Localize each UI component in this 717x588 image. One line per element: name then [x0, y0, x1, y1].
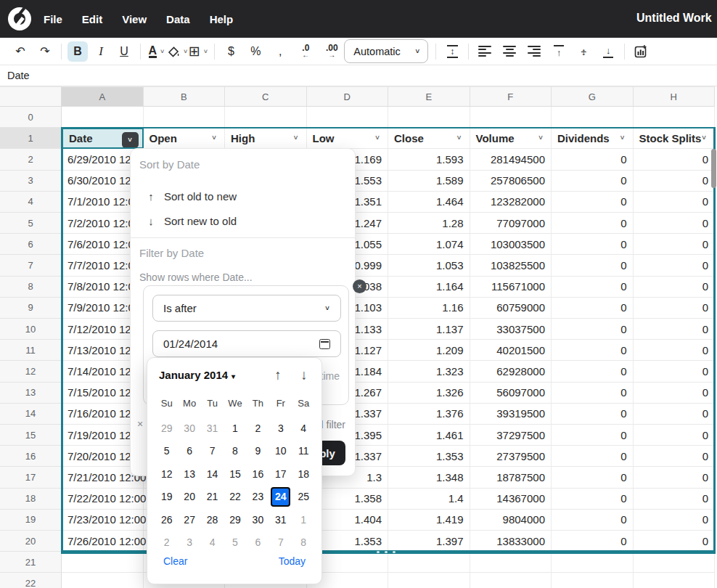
fill-color-button[interactable]: ∨: [167, 41, 188, 62]
calendar-day-15[interactable]: 15: [224, 462, 246, 486]
cell-H16[interactable]: 0: [634, 446, 716, 467]
calendar-day-30[interactable]: 30: [178, 417, 200, 440]
calendar-day-12[interactable]: 12: [155, 462, 178, 486]
column-filter-chevron[interactable]: ∨: [619, 134, 625, 141]
remove-condition-icon[interactable]: ×: [137, 418, 143, 430]
table-resize-handle[interactable]: [393, 551, 396, 553]
previous-month-button[interactable]: ↑: [269, 366, 287, 385]
cell-G18[interactable]: 0: [552, 489, 634, 510]
date-column-filter-button[interactable]: ∨: [122, 132, 139, 148]
row-header-22[interactable]: 22: [0, 573, 62, 588]
cell-F20[interactable]: 13833000: [470, 531, 552, 552]
calendar-day-9[interactable]: 9: [247, 440, 269, 463]
number-format-select[interactable]: Automatic ∨: [344, 39, 428, 63]
column-header-D[interactable]: D: [307, 86, 389, 107]
column-header-H[interactable]: H: [634, 86, 716, 107]
increase-decimals-button[interactable]: .00 →: [321, 44, 343, 59]
calendar-day-25[interactable]: 25: [292, 486, 315, 509]
formula-bar[interactable]: Date: [0, 65, 717, 86]
calendar-day-23[interactable]: 23: [247, 486, 269, 509]
calendar-day-8[interactable]: 8: [224, 440, 246, 463]
text-color-button[interactable]: A ∨: [147, 41, 167, 62]
cell-E12[interactable]: 1.323: [388, 361, 470, 382]
cell-G3[interactable]: 0: [552, 171, 634, 192]
today-button[interactable]: Today: [279, 555, 306, 567]
menu-edit[interactable]: Edit: [82, 13, 102, 25]
cell-E3[interactable]: 1.589: [388, 171, 470, 192]
row-header-8[interactable]: 8: [0, 277, 62, 298]
cell-G0[interactable]: [552, 107, 634, 128]
calendar-day-3[interactable]: 3: [178, 531, 200, 555]
app-logo-icon[interactable]: [8, 7, 31, 30]
cell-G11[interactable]: 0: [552, 340, 634, 361]
cell-F0[interactable]: [470, 107, 552, 128]
menu-help[interactable]: Help: [210, 13, 234, 25]
cell-E14[interactable]: 1.376: [388, 404, 470, 425]
row-header-19[interactable]: 19: [0, 510, 62, 531]
cell-F10[interactable]: 33037500: [470, 319, 552, 340]
decrease-decimals-button[interactable]: .0 ←: [295, 44, 316, 59]
cell-H20[interactable]: 0: [634, 531, 716, 552]
cell-H5[interactable]: 0: [634, 213, 716, 234]
cell-H17[interactable]: 0: [634, 467, 716, 488]
cell-H0[interactable]: [634, 107, 716, 128]
calendar-day-18[interactable]: 18: [292, 462, 315, 486]
cell-H2[interactable]: 0: [634, 149, 716, 170]
column-filter-chevron[interactable]: ∨: [374, 134, 380, 141]
close-filter-icon[interactable]: ×: [353, 279, 366, 293]
row-header-14[interactable]: 14: [0, 404, 62, 425]
insert-chart-button[interactable]: [631, 41, 651, 62]
row-header-7[interactable]: 7: [0, 255, 62, 276]
percent-format-button[interactable]: %: [245, 41, 266, 62]
cell-H15[interactable]: 0: [634, 425, 716, 446]
cell-G21[interactable]: [552, 552, 634, 573]
row-header-2[interactable]: 2: [0, 149, 62, 170]
cell-E9[interactable]: 1.16: [388, 298, 470, 319]
calendar-day-1[interactable]: 1: [224, 417, 246, 440]
cell-E15[interactable]: 1.461: [388, 425, 470, 446]
row-header-10[interactable]: 10: [0, 319, 62, 340]
cell-B0[interactable]: [144, 107, 226, 128]
cell-G16[interactable]: 0: [552, 446, 634, 467]
calendar-day-13[interactable]: 13: [178, 462, 200, 486]
cell-F19[interactable]: 9804000: [470, 510, 552, 531]
cell-E6[interactable]: 1.074: [388, 234, 470, 255]
month-selector[interactable]: January 2014▾: [159, 369, 235, 381]
cell-H7[interactable]: 0: [634, 255, 716, 276]
calendar-day-29[interactable]: 29: [224, 508, 246, 531]
workbook-title[interactable]: Untitled Work: [636, 12, 717, 25]
calendar-day-21[interactable]: 21: [201, 486, 224, 509]
vertical-scrollbar[interactable]: [711, 149, 716, 188]
cell-E2[interactable]: 1.593: [388, 149, 470, 170]
sort-option-sort-old-to-new[interactable]: ↑Sort old to new: [131, 184, 355, 208]
calendar-day-24-selected[interactable]: 24: [269, 486, 292, 509]
cell-G1[interactable]: Dividends∨: [552, 128, 634, 149]
column-header-B[interactable]: B: [144, 86, 226, 107]
calendar-day-2[interactable]: 2: [247, 417, 269, 440]
row-header-13[interactable]: 13: [0, 383, 62, 404]
cell-E13[interactable]: 1.326: [388, 383, 470, 404]
cell-H18[interactable]: 0: [634, 489, 716, 510]
cell-F11[interactable]: 40201500: [470, 340, 552, 361]
row-header-4[interactable]: 4: [0, 192, 62, 213]
cell-E11[interactable]: 1.209: [388, 340, 470, 361]
cell-F5[interactable]: 77097000: [470, 213, 552, 234]
cell-F2[interactable]: 281494500: [470, 149, 552, 170]
bold-button[interactable]: B: [67, 41, 88, 62]
column-filter-chevron[interactable]: ∨: [538, 134, 544, 141]
cell-G10[interactable]: 0: [552, 319, 634, 340]
table-resize-handle[interactable]: [385, 551, 388, 553]
row-header-0[interactable]: 0: [0, 107, 62, 128]
calendar-day-17[interactable]: 17: [269, 462, 292, 486]
calendar-icon[interactable]: [319, 339, 330, 349]
cell-F3[interactable]: 257806500: [470, 171, 552, 192]
cell-G4[interactable]: 0: [552, 192, 634, 213]
cell-H21[interactable]: [634, 552, 716, 573]
calendar-day-1[interactable]: 1: [292, 508, 315, 531]
row-header-11[interactable]: 11: [0, 340, 62, 361]
column-header-F[interactable]: F: [470, 86, 552, 107]
calendar-day-29[interactable]: 29: [155, 417, 178, 440]
cell-G22[interactable]: [552, 573, 634, 588]
cell-G7[interactable]: 0: [552, 255, 634, 276]
next-month-button[interactable]: ↓: [295, 366, 313, 385]
